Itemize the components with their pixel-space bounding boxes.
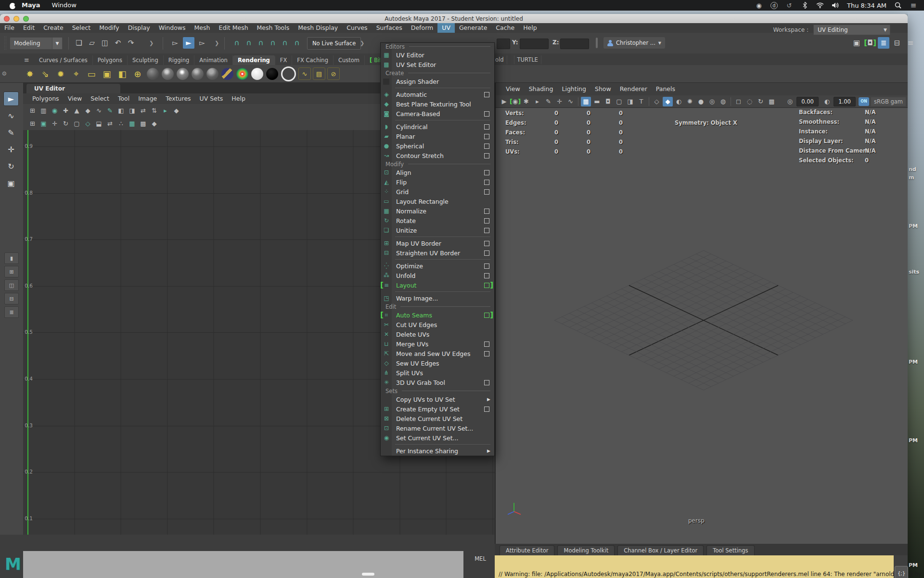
- three-pane-layout[interactable]: ⊟: [4, 293, 19, 304]
- point-light-icon[interactable]: ✸: [23, 67, 37, 80]
- menu-item-map-uv-border[interactable]: ⊞Map UV Border: [381, 238, 494, 248]
- window-titlebar[interactable]: Autodesk Maya 2017 - Student Version: un…: [0, 14, 908, 23]
- two-pane-layout[interactable]: ◫: [4, 279, 19, 291]
- uv-toolbar-icon[interactable]: ▢: [72, 119, 82, 129]
- uv-menu-uv-sets[interactable]: UV Sets: [195, 94, 228, 104]
- menu-item-sew-uv-edges[interactable]: ◇Sew UV Edges: [381, 358, 494, 368]
- option-box[interactable]: [484, 153, 489, 158]
- menu-item-straighten-uv-border[interactable]: ⊟Straighten UV Border: [381, 248, 494, 258]
- uv-toolbar-icon[interactable]: ◧: [116, 106, 126, 116]
- grid-icon[interactable]: ▦: [581, 97, 591, 106]
- mel-command-label[interactable]: MEL: [468, 555, 493, 562]
- menu-item-rotate[interactable]: ↻Rotate: [381, 216, 494, 225]
- gate-mask-icon[interactable]: ▢: [614, 97, 624, 106]
- script-warning-bar[interactable]: // Warning: file: /Applications/Autodesk…: [495, 555, 894, 578]
- tab-modeling-toolkit[interactable]: Modeling Toolkit: [557, 545, 615, 555]
- horizontal-scrollbar[interactable]: [362, 573, 374, 576]
- redo-icon[interactable]: ↷: [125, 37, 137, 49]
- 2d-pan-icon[interactable]: ✛: [554, 97, 565, 106]
- rotate-tool[interactable]: ↻: [3, 159, 19, 173]
- menu-select[interactable]: Select: [68, 23, 95, 33]
- tab-tool-settings[interactable]: Tool Settings: [706, 545, 754, 555]
- shelf-tab-fx-caching[interactable]: FX Caching: [292, 55, 334, 65]
- exposure-icon[interactable]: ◎: [785, 97, 795, 106]
- x-coordinate-field[interactable]: [497, 39, 510, 49]
- viewport-menu-panels[interactable]: Panels: [652, 84, 680, 94]
- menu-item-unfold[interactable]: ⁂Unfold: [381, 271, 494, 280]
- option-box[interactable]: [484, 263, 489, 269]
- uv-toolbar-icon[interactable]: ✛: [50, 119, 60, 129]
- image-plane-icon[interactable]: ✎: [543, 97, 553, 106]
- gamma-icon[interactable]: ◐: [822, 97, 832, 106]
- viewport-menu-shading[interactable]: Shading: [525, 84, 558, 94]
- paint-select-tool[interactable]: ✎: [3, 125, 19, 140]
- shaded-icon[interactable]: ◆: [663, 97, 673, 106]
- menu-item-create-empty-uv-set[interactable]: ⊞Create Empty UV Set: [381, 404, 494, 414]
- snap-curve-icon[interactable]: ∩: [243, 37, 255, 49]
- shadows-icon[interactable]: ●: [696, 97, 706, 106]
- uv-toolbar-icon[interactable]: ✎: [105, 106, 115, 116]
- black-material-icon[interactable]: [266, 68, 278, 80]
- shelf-tab-rendering[interactable]: Rendering: [233, 55, 275, 65]
- area-light-icon[interactable]: ▭: [85, 67, 98, 80]
- camera-select-icon[interactable]: ▶: [499, 97, 509, 106]
- option-box[interactable]: [484, 189, 489, 195]
- viewport-menu-lighting[interactable]: Lighting: [557, 84, 590, 94]
- viewport-menu-renderer[interactable]: Renderer: [616, 84, 652, 94]
- uv-menu-polygons[interactable]: Polygons: [28, 94, 64, 104]
- bluetooth-icon[interactable]: [801, 1, 808, 9]
- option-box[interactable]: [484, 241, 489, 246]
- uv-toolbar-icon[interactable]: ✚: [61, 106, 71, 116]
- phonge-material-icon[interactable]: [192, 68, 204, 80]
- menu-uv[interactable]: UV: [437, 23, 455, 33]
- viewport-exposure-field[interactable]: 0.00: [796, 97, 819, 106]
- film-gate-icon[interactable]: ▬: [592, 97, 602, 106]
- xray-icon[interactable]: ◻: [733, 97, 744, 106]
- open-scene-icon[interactable]: ▱: [86, 37, 98, 49]
- menu-item-merge-uvs[interactable]: ⊔Merge UVs: [381, 339, 494, 349]
- option-box[interactable]: [484, 209, 489, 214]
- oversc-icon[interactable]: ∿: [565, 97, 576, 106]
- menu-generate[interactable]: Generate: [455, 23, 491, 33]
- attribute-editor-icon[interactable]: ≣: [878, 37, 889, 49]
- drag-handle[interactable]: [4, 36, 7, 50]
- uv-toolbar-icon[interactable]: ⇄: [138, 106, 148, 116]
- snap-grid-icon[interactable]: ∩: [231, 37, 243, 49]
- uv-toolbar-icon[interactable]: ⊞: [27, 119, 38, 129]
- menu-item-move-and-sew-uv-edges[interactable]: ⇱Move and Sew UV Edges: [381, 349, 494, 358]
- select-object-icon[interactable]: ►: [183, 37, 194, 49]
- uv-menu-select[interactable]: Select: [86, 94, 114, 104]
- shelf-tab-fx[interactable]: FX: [275, 55, 293, 65]
- select-tool[interactable]: ►: [3, 92, 19, 106]
- uv-toolbar-icon[interactable]: ◆: [171, 106, 181, 116]
- isolate-icon[interactable]: ↻: [756, 97, 766, 106]
- rainbow-material-icon[interactable]: [236, 68, 248, 80]
- tool-settings-icon[interactable]: ⊟: [891, 37, 903, 49]
- duet-icon[interactable]: d: [770, 2, 778, 9]
- channel-box-icon[interactable]: ≡: [905, 37, 916, 49]
- ao-icon[interactable]: ◎: [707, 97, 717, 106]
- uv-toolbar-icon[interactable]: ∿: [94, 106, 104, 116]
- menu-item-uv-editor[interactable]: ▦UV Editor: [381, 50, 494, 60]
- uv-toolbar-icon[interactable]: ▩: [138, 119, 148, 129]
- uv-toolbar-icon[interactable]: ↻: [61, 119, 71, 129]
- shelf-menu-icon[interactable]: ≡: [24, 56, 34, 65]
- viewport-menu-show[interactable]: Show: [590, 84, 616, 94]
- uv-toolbar-icon[interactable]: ⇅: [149, 106, 159, 116]
- bookmark-icon[interactable]: ▸: [532, 97, 542, 106]
- uv-toolbar-icon[interactable]: ⇄: [105, 119, 115, 129]
- tab-attribute-editor[interactable]: Attribute Editor: [500, 545, 554, 555]
- resolution-gate-icon[interactable]: ◘: [603, 97, 613, 106]
- y-coordinate-field[interactable]: [520, 39, 549, 49]
- live-surface-field[interactable]: No Live Surface: [307, 37, 361, 50]
- menu-item-rename-current-uv-set-[interactable]: ⊡Rename Current UV Set...: [381, 423, 494, 433]
- menu-modify[interactable]: Modify: [95, 23, 123, 33]
- menu-item-best-plane-texturing-tool[interactable]: ◆Best Plane Texturing Tool: [381, 99, 494, 109]
- uv-toolbar-icon[interactable]: ∴: [116, 119, 126, 129]
- uv-toolbar-icon[interactable]: ▥: [38, 106, 49, 116]
- lambert-material-icon[interactable]: [147, 68, 159, 80]
- viewport-menu-view[interactable]: View: [501, 84, 525, 94]
- spotlight-search-icon[interactable]: [894, 1, 902, 9]
- option-box[interactable]: [484, 170, 489, 175]
- option-box[interactable]: [484, 124, 489, 130]
